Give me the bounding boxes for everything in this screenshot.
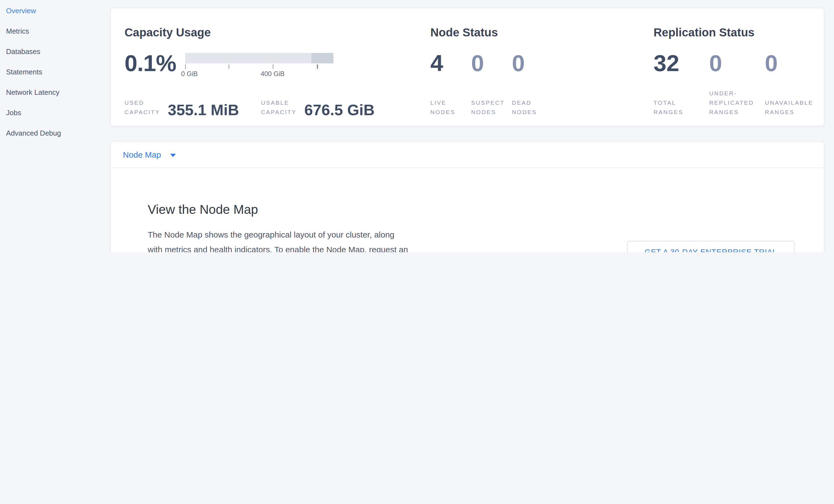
node-map-selector-label: Node Map [123,150,161,159]
suspect-nodes-value: 0 [471,51,512,75]
tick-label-0: 0 GiB [181,70,198,78]
capacity-usage-title: Capacity Usage [125,26,425,39]
used-capacity-value: 355.1 MiB [168,104,239,117]
sidebar-item-metrics[interactable]: Metrics [6,21,110,41]
live-nodes-value: 4 [430,51,471,75]
node-status-title: Node Status [430,26,651,39]
replication-status-section: Replication Status 32 0 0 TOTALRANGES UN… [654,26,821,117]
used-capacity-label: USED CAPACITY [125,98,160,117]
sidebar-item-statements[interactable]: Statements [6,62,110,82]
under-replicated-ranges-value: 0 [709,51,765,75]
capacity-bar-ticks [185,64,333,69]
cluster-summary-panel: Capacity Usage 0.1% 0 GiB 400 Gi [110,8,825,126]
usable-capacity-label: USABLE CAPACITY [261,98,297,117]
node-status-section: Node Status 4 0 0 LIVENODES SUSPECTNODES… [430,26,651,117]
capacity-bar [185,53,333,63]
total-ranges-value: 32 [654,51,709,75]
total-ranges-label: TOTALRANGES [654,98,709,117]
dead-nodes-value: 0 [512,51,553,75]
capacity-bar-other-usage-segment [311,53,333,63]
sidebar-item-advanced-debug[interactable]: Advanced Debug [6,123,110,143]
under-replicated-ranges-label: UNDER-REPLICATEDRANGES [709,89,765,117]
node-map-heading: View the Node Map [148,202,795,217]
sidebar: Overview Metrics Databases Statements Ne… [0,0,110,252]
capacity-usage-section: Capacity Usage 0.1% 0 GiB 400 Gi [125,26,425,117]
cockroachdb-admin-overview-page: Overview Metrics Databases Statements Ne… [0,0,834,252]
usable-capacity-value: 676.5 GiB [304,104,374,117]
unavailable-ranges-label: UNAVAILABLERANGES [765,98,820,117]
sidebar-item-overview[interactable]: Overview [6,1,110,21]
sidebar-item-jobs[interactable]: Jobs [6,103,110,123]
replication-status-title: Replication Status [654,26,821,39]
dead-nodes-label: DEADNODES [512,98,553,117]
sidebar-item-databases[interactable]: Databases [6,41,110,62]
live-nodes-label: LIVENODES [430,98,471,117]
sidebar-item-network-latency[interactable]: Network Latency [6,82,110,103]
tick-label-400: 400 GiB [261,70,285,78]
capacity-bar-chart: 0 GiB 400 GiB [185,51,333,78]
caret-down-icon [170,154,176,157]
capacity-used-percent: 0.1% [125,51,176,78]
node-map-panel: Node Map View the Node Map The Node Map … [110,141,825,252]
get-enterprise-trial-button[interactable]: GET A 30-DAY ENTERPRISE TRIAL [627,241,795,252]
unavailable-ranges-value: 0 [765,51,820,75]
suspect-nodes-label: SUSPECTNODES [471,98,512,117]
node-map-content: View the Node Map The Node Map shows the… [111,202,824,252]
node-map-view-selector[interactable]: Node Map [111,141,824,168]
node-map-description: The Node Map shows the geographical layo… [148,227,411,252]
